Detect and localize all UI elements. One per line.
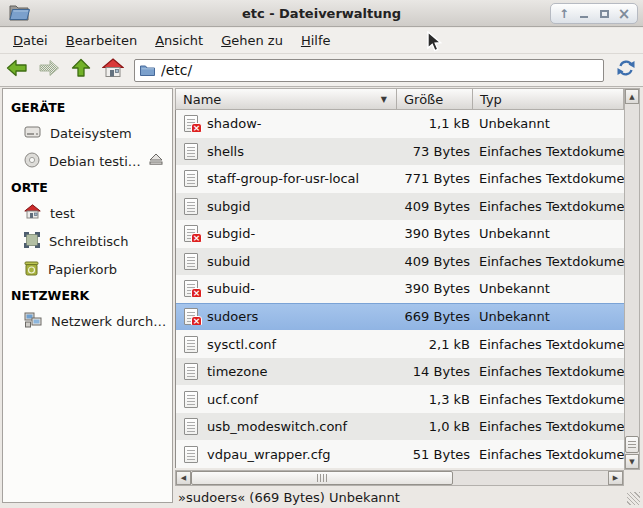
mouse-cursor xyxy=(426,31,445,58)
vertical-scrollbar[interactable]: ▲ ▼ xyxy=(624,88,640,470)
file-name: sysctl.conf xyxy=(207,337,276,352)
titlebar[interactable]: etc - Dateiverwaltung ↑ × xyxy=(0,0,643,27)
up-button[interactable] xyxy=(66,56,96,84)
sidebar-item-dateisystem[interactable]: Dateisystem xyxy=(3,119,172,147)
text-file-icon xyxy=(184,198,198,215)
red-x-emblem-icon: × xyxy=(191,123,202,132)
text-file-no-read-icon: × xyxy=(184,308,198,325)
text-file-icon xyxy=(184,253,198,270)
file-row[interactable]: usb_modeswitch.conf1,0 kBEinfaches Textd… xyxy=(176,413,624,441)
home-button[interactable] xyxy=(98,56,128,84)
file-row[interactable]: shells73 BytesEinfaches Textdokument xyxy=(176,138,624,166)
scroll-right-button[interactable]: ▶ xyxy=(608,471,623,485)
shade-button[interactable]: ↑ xyxy=(554,5,574,22)
status-text: »sudoers« (669 Bytes) Unbekannt xyxy=(178,490,400,505)
eject-icon[interactable] xyxy=(149,153,163,169)
file-row[interactable]: subuid409 BytesEinfaches Textdokument xyxy=(176,248,624,276)
cdrom-icon xyxy=(24,152,40,171)
file-row[interactable]: sysctl.conf2,1 kBEinfaches Textdokument xyxy=(176,330,624,358)
arrow-up-icon xyxy=(71,58,91,82)
file-type: Einfaches Textdokument xyxy=(474,171,624,186)
sidebar-item-schreibtisch[interactable]: Schreibtisch xyxy=(3,227,172,255)
file-size: 51 Bytes xyxy=(398,447,474,462)
file-type: Unbekannt xyxy=(474,226,624,241)
file-size: 1,0 kB xyxy=(398,419,474,434)
sidebar-header-netzwerk: NETZWERK xyxy=(3,283,172,307)
horizontal-scrollbar-thumb[interactable] xyxy=(191,471,453,485)
sort-descending-icon: ▼ xyxy=(381,95,387,104)
reload-button[interactable] xyxy=(612,56,640,84)
file-row[interactable]: vdpau_wrapper.cfg51 BytesEinfaches Textd… xyxy=(176,440,624,468)
column-header-groesse[interactable]: Größe xyxy=(397,88,473,110)
file-size: 1,1 kB xyxy=(398,116,474,131)
file-type: Einfaches Textdokument xyxy=(474,392,624,407)
scroll-left-button[interactable]: ◀ xyxy=(176,471,191,485)
file-row[interactable]: staff-group-for-usr-local771 BytesEinfac… xyxy=(176,165,624,193)
menu-ansicht[interactable]: Ansicht xyxy=(146,29,212,52)
maximize-button[interactable] xyxy=(594,5,614,22)
sidebar: GERÄTE Dateisystem Debian testi… ORTE te… xyxy=(2,88,173,503)
sidebar-item-papierkorb[interactable]: Papierkorb xyxy=(3,255,172,283)
file-row[interactable]: ×subgid-390 BytesUnbekannt xyxy=(176,220,624,248)
file-size: 390 Bytes xyxy=(398,281,474,296)
file-size: 2,1 kB xyxy=(398,337,474,352)
menu-bearbeiten[interactable]: Bearbeiten xyxy=(57,29,146,52)
file-name: shells xyxy=(207,144,244,159)
desktop-icon xyxy=(24,232,40,251)
text-file-no-read-icon: × xyxy=(184,115,198,132)
file-row[interactable]: ×subuid-390 BytesUnbekannt xyxy=(176,275,624,303)
minimize-button[interactable] xyxy=(574,5,594,22)
scroll-up-button[interactable]: ▲ xyxy=(625,89,639,104)
resize-grip[interactable] xyxy=(627,492,640,505)
trash-icon xyxy=(24,260,39,279)
sidebar-item-netzwerk[interactable]: Netzwerk durch… xyxy=(3,307,172,335)
scroll-down-button[interactable]: ▼ xyxy=(625,454,639,469)
window-title: etc - Dateiverwaltung xyxy=(0,6,643,21)
file-size: 390 Bytes xyxy=(398,226,474,241)
red-x-emblem-icon: × xyxy=(191,316,202,325)
file-type: Einfaches Textdokument xyxy=(474,144,624,159)
back-button[interactable] xyxy=(2,56,32,84)
menu-gehen-zu[interactable]: Gehen zu xyxy=(212,29,292,52)
refresh-icon xyxy=(616,58,636,82)
window-controls: ↑ × xyxy=(550,3,638,24)
text-file-icon xyxy=(184,363,198,380)
column-header-typ[interactable]: Typ xyxy=(473,88,624,110)
file-type: Unbekannt xyxy=(474,281,624,296)
toolbar xyxy=(0,54,643,87)
file-type: Unbekannt xyxy=(474,116,624,131)
file-size: 409 Bytes xyxy=(398,199,474,214)
file-name: shadow- xyxy=(207,116,262,131)
menubar: Datei Bearbeiten Ansicht Gehen zu Hilfe xyxy=(0,28,643,54)
file-size: 771 Bytes xyxy=(398,171,474,186)
file-list[interactable]: ×shadow-1,1 kBUnbekanntshells73 BytesEin… xyxy=(175,110,624,468)
text-file-no-read-icon: × xyxy=(184,225,198,242)
file-row[interactable]: subgid409 BytesEinfaches Textdokument xyxy=(176,193,624,221)
file-row[interactable]: timezone14 BytesEinfaches Textdokument xyxy=(176,358,624,386)
harddisk-icon xyxy=(24,125,41,142)
pathbar[interactable] xyxy=(134,59,604,82)
text-file-icon xyxy=(184,418,198,435)
network-icon xyxy=(24,312,42,331)
file-row[interactable]: ucf.conf1,3 kBEinfaches Textdokument xyxy=(176,385,624,413)
file-row[interactable]: ×shadow-1,1 kBUnbekannt xyxy=(176,110,624,138)
file-type: Einfaches Textdokument xyxy=(474,364,624,379)
vertical-scrollbar-thumb[interactable] xyxy=(625,436,639,453)
menu-datei[interactable]: Datei xyxy=(4,29,57,52)
horizontal-scrollbar[interactable]: ◀ ▶ xyxy=(175,470,624,486)
forward-button xyxy=(34,56,64,84)
file-type: Einfaches Textdokument xyxy=(474,199,624,214)
close-button[interactable]: × xyxy=(614,5,634,22)
column-header-name[interactable]: Name ▼ xyxy=(175,88,397,110)
sidebar-item-test[interactable]: test xyxy=(3,199,172,227)
path-input[interactable] xyxy=(161,62,581,78)
file-size: 14 Bytes xyxy=(398,364,474,379)
menu-hilfe[interactable]: Hilfe xyxy=(292,29,340,52)
home-icon xyxy=(24,204,41,222)
arrow-right-icon xyxy=(38,58,60,82)
file-row[interactable]: ×sudoers669 BytesUnbekannt xyxy=(176,303,624,331)
file-type: Einfaches Textdokument xyxy=(474,254,624,269)
file-name: subgid xyxy=(207,199,250,214)
sidebar-item-debian-cd[interactable]: Debian testi… xyxy=(3,147,172,175)
file-manager-window: { "window": { "title": "etc - Dateiverwa… xyxy=(0,0,643,508)
